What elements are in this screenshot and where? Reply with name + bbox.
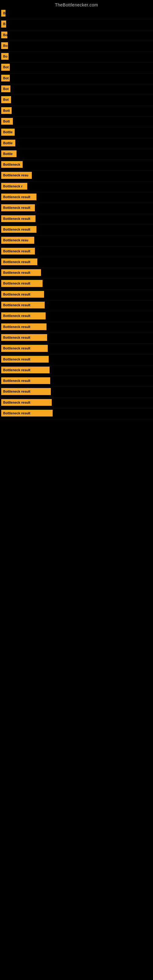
list-item: Bottleneck result (0, 311, 153, 322)
bar-label: Bottleneck result (1, 399, 52, 406)
bar-label: Bot (1, 96, 11, 103)
bar-label: Bottleneck resu (1, 172, 32, 178)
bar-label: Bottleneck result (1, 377, 50, 384)
list-item: Bottleneck result (0, 322, 153, 333)
list-item: Bottleneck result (0, 301, 153, 311)
list-item: Bottleneck (0, 160, 153, 170)
list-item: Bottleneck result (0, 192, 153, 203)
list-item: Bottle (0, 149, 153, 160)
bar-label: Bot (1, 75, 10, 81)
list-item: Bottleneck resu (0, 235, 153, 246)
bar-label: Bo (1, 42, 8, 49)
bar-label: Bottle (1, 150, 16, 157)
list-item: Bottle (0, 138, 153, 149)
bar-label: Bottleneck result (1, 367, 49, 373)
list-item: Bottleneck r (0, 181, 153, 192)
bar-label: Bo (1, 53, 9, 60)
list-item: Bottleneck result (0, 387, 153, 398)
bar-label: Bottleneck resu (1, 237, 34, 243)
list-item: Bottleneck result (0, 268, 153, 279)
list-item: Bo (0, 41, 153, 52)
list-item: Bott (0, 117, 153, 127)
bar-label: Bottleneck result (1, 323, 46, 330)
bar-label: Bottleneck result (1, 226, 37, 233)
list-item: Bottle (0, 127, 153, 138)
bar-label: Bottleneck result (1, 410, 53, 417)
bar-label: Bottleneck result (1, 291, 44, 298)
list-item: B (0, 19, 153, 30)
bar-label: Bottleneck result (1, 258, 37, 265)
list-item: Bottleneck result (0, 376, 153, 387)
list-item: Bottleneck result (0, 290, 153, 301)
bar-label: Bottle (1, 140, 15, 146)
list-item: Bo (0, 30, 153, 41)
bar-label: Bott (1, 118, 13, 125)
list-item: Bottleneck resu (0, 170, 153, 181)
bar-label: Bottleneck result (1, 280, 43, 286)
list-item: Bot (0, 73, 153, 84)
bar-label: Bottleneck result (1, 194, 37, 200)
bar-label: Bottleneck result (1, 302, 45, 309)
list-item: Bot (0, 95, 153, 106)
list-item: Bottleneck result (0, 333, 153, 344)
bar-label: Bo (1, 32, 7, 38)
bar-label: Bottleneck result (1, 269, 41, 276)
list-item: Bo (0, 52, 153, 62)
bar-label: Bot (1, 64, 10, 70)
list-item: Bottleneck result (0, 214, 153, 225)
site-title: TheBottlenecker.com (0, 0, 153, 9)
list-item: Bottleneck result (0, 344, 153, 354)
bar-label: Bottleneck result (1, 312, 46, 319)
list-item: Bottleneck result (0, 203, 153, 214)
bar-label: B (1, 21, 6, 27)
list-item: B (0, 9, 153, 19)
list-item: Bottleneck result (0, 355, 153, 365)
bar-label: Bott (1, 107, 12, 114)
bar-label: Bottleneck r (1, 183, 27, 189)
list-item: Bottleneck result (0, 398, 153, 409)
bar-label: Bottleneck result (1, 345, 48, 352)
list-item: Bottleneck result (0, 225, 153, 235)
bars-container: BBBoBoBoBotBotBotBotBottBottBottleBottle… (0, 9, 153, 419)
list-item: Bottleneck result (0, 247, 153, 257)
bar-label: Bottleneck result (1, 204, 35, 211)
list-item: Bott (0, 106, 153, 117)
bar-label: Bottleneck result (1, 215, 35, 222)
list-item: Bot (0, 62, 153, 73)
bar-label: B (1, 10, 5, 16)
bar-label: Bottleneck result (1, 356, 49, 363)
bar-label: Bottle (1, 129, 15, 135)
list-item: Bot (0, 84, 153, 95)
bar-label: Bottleneck result (1, 248, 35, 255)
bar-label: Bottleneck result (1, 388, 51, 395)
list-item: Bottleneck result (0, 257, 153, 268)
bar-label: Bottleneck (1, 161, 22, 168)
list-item: Bottleneck result (0, 365, 153, 376)
list-item: Bottleneck result (0, 409, 153, 419)
bar-label: Bot (1, 86, 10, 92)
list-item: Bottleneck result (0, 279, 153, 290)
bar-label: Bottleneck result (1, 334, 47, 341)
